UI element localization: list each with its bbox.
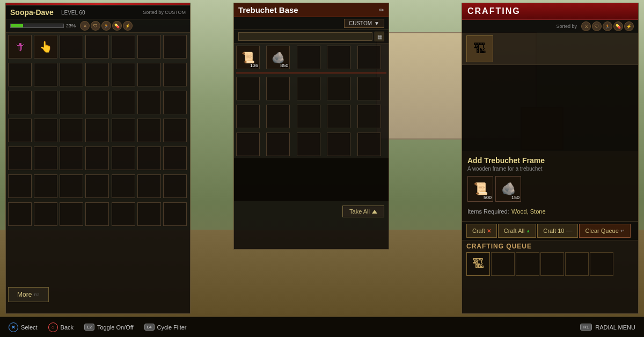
ingredient-count-1: 500 [484, 195, 492, 200]
inv-slot-weapon[interactable]: 🗡 [8, 35, 32, 58]
craft-10-button[interactable]: Craft 10 — [537, 224, 578, 238]
csort-icon-1[interactable]: ⚔ [581, 21, 591, 31]
csort-icon-5[interactable]: ⚡ [624, 21, 634, 31]
chest-r3-1[interactable] [236, 105, 260, 128]
take-all-button[interactable]: Take All [342, 206, 384, 217]
chest-r2-5[interactable] [357, 77, 381, 100]
queue-slot-3[interactable] [516, 252, 539, 276]
inv-slot-ring[interactable]: 👆 [34, 35, 57, 58]
recipe-list-item[interactable]: 🏗 [462, 33, 638, 65]
inv-slot-r2-6[interactable] [137, 63, 161, 86]
clear-queue-button[interactable]: Clear Queue ↩ [579, 224, 630, 238]
chest-slot-empty-3[interactable] [357, 46, 381, 69]
csort-icon-3[interactable]: 🏃 [603, 21, 612, 31]
chest-r2-4[interactable] [327, 77, 350, 100]
inv-slot-r3-3[interactable] [60, 91, 83, 114]
chest-r3-2[interactable] [266, 105, 290, 128]
inv-slot-r4-7[interactable] [163, 119, 187, 142]
inv-slot-r5-4[interactable] [85, 146, 109, 170]
chest-filter-bar [238, 32, 372, 41]
chest-r3-5[interactable] [357, 105, 381, 128]
filter-grid-icon[interactable]: ▦ [375, 32, 384, 41]
queue-slot-1[interactable]: 🏗 [466, 252, 490, 276]
inv-slot-r4-1[interactable] [8, 119, 32, 142]
inv-slot-r7-6[interactable] [137, 202, 161, 226]
chest-r2-3[interactable] [297, 77, 320, 100]
inv-slot-r3-7[interactable] [163, 91, 187, 114]
chest-r4-3[interactable] [297, 133, 320, 156]
inv-slot-r7-5[interactable] [112, 202, 135, 226]
csort-icon-4[interactable]: 💊 [613, 21, 623, 31]
more-button[interactable]: More R2 [8, 287, 49, 302]
sort-dropdown[interactable]: CUSTOM ▼ [344, 19, 384, 28]
chest-r2-2[interactable] [266, 77, 290, 100]
inv-slot-r2-2[interactable] [34, 63, 57, 86]
cycle-label: Cycle Filter [157, 324, 187, 331]
inv-slot-r6-7[interactable] [163, 174, 187, 198]
o-button-icon: ○ [48, 323, 58, 332]
chest-slot-wood[interactable]: 📜 136 [236, 46, 260, 69]
chest-r3-3[interactable] [297, 105, 320, 128]
inv-slot-r5-5[interactable] [112, 146, 135, 170]
chest-r4-4[interactable] [327, 133, 350, 156]
inventory-panel: Soopa-Dave LEVEL 60 Sorted by CUSTOM 23%… [5, 3, 191, 314]
inv-slot-r7-3[interactable] [60, 202, 83, 226]
chest-r4-2[interactable] [266, 133, 290, 156]
inv-slot-r5-2[interactable] [34, 146, 57, 170]
chest-r2-1[interactable] [236, 77, 260, 100]
inv-slot-r6-1[interactable] [8, 174, 32, 198]
chest-r4-1[interactable] [236, 133, 260, 156]
l2-button-icon: L2 [84, 324, 94, 331]
chest-r3-4[interactable] [327, 105, 350, 128]
inv-slot-r7-4[interactable] [85, 202, 109, 226]
inv-slot-r7-7[interactable] [163, 202, 187, 226]
inv-slot-empty-1[interactable] [60, 35, 83, 58]
inv-slot-r6-3[interactable] [60, 174, 83, 198]
inv-slot-empty-3[interactable] [112, 35, 135, 58]
inv-slot-r5-6[interactable] [137, 146, 161, 170]
inv-slot-r4-4[interactable] [85, 119, 109, 142]
inventory-grid-row6 [6, 172, 190, 200]
queue-slot-5[interactable] [565, 252, 589, 276]
inv-slot-r7-2[interactable] [34, 202, 57, 226]
inv-slot-r3-4[interactable] [85, 91, 109, 114]
inv-slot-empty-2[interactable] [85, 35, 109, 58]
inv-slot-empty-4[interactable] [137, 35, 161, 58]
inv-slot-r3-2[interactable] [34, 91, 57, 114]
inv-slot-r2-7[interactable] [163, 63, 187, 86]
inv-slot-r4-2[interactable] [34, 119, 57, 142]
chest-slot-empty-2[interactable] [327, 46, 350, 69]
chest-r4-5[interactable] [357, 133, 381, 156]
inv-slot-r5-3[interactable] [60, 146, 83, 170]
inv-slot-r4-6[interactable] [137, 119, 161, 142]
chest-slot-stone[interactable]: 🪨 850 [266, 46, 290, 69]
inv-slot-r3-5[interactable] [112, 91, 135, 114]
inv-slot-empty-5[interactable] [163, 35, 187, 58]
inv-slot-r2-4[interactable] [85, 63, 109, 86]
edit-icon[interactable]: ✏ [379, 6, 384, 14]
inv-slot-r3-1[interactable] [8, 91, 32, 114]
craft-button[interactable]: Craft ✕ [466, 224, 497, 238]
recipe-name: Add Trebuchet Frame [467, 156, 633, 165]
inv-slot-r5-7[interactable] [163, 146, 187, 170]
inv-slot-r6-5[interactable] [112, 174, 135, 198]
inv-slot-r2-1[interactable] [8, 63, 32, 86]
queue-slot-4[interactable] [540, 252, 564, 276]
inv-slot-r7-1[interactable] [8, 202, 32, 226]
craft-all-button[interactable]: Craft All ▲ [498, 224, 536, 238]
inv-slot-r6-4[interactable] [85, 174, 109, 198]
inv-slot-r6-6[interactable] [137, 174, 161, 198]
toggle-action: L2 Toggle On/Off [84, 324, 134, 331]
queue-slot-2[interactable] [491, 252, 515, 276]
csort-icon-2[interactable]: 🛡 [592, 21, 602, 31]
queue-slot-6[interactable] [590, 252, 613, 276]
chest-slot-empty-1[interactable] [297, 46, 320, 69]
craft-x-icon: ✕ [487, 228, 491, 234]
inv-slot-r2-5[interactable] [112, 63, 135, 86]
inv-slot-r3-6[interactable] [137, 91, 161, 114]
inv-slot-r5-1[interactable] [8, 146, 32, 170]
inv-slot-r6-2[interactable] [34, 174, 57, 198]
inv-slot-r4-3[interactable] [60, 119, 83, 142]
inv-slot-r4-5[interactable] [112, 119, 135, 142]
inv-slot-r2-3[interactable] [60, 63, 83, 86]
